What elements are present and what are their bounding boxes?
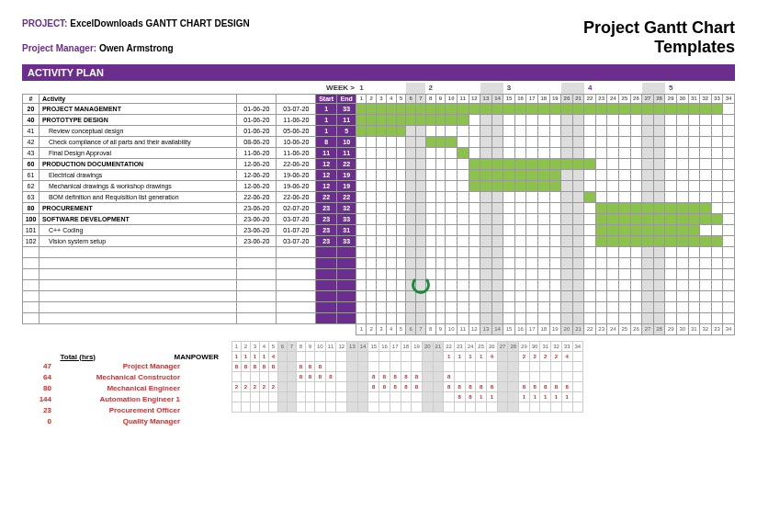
project-label: PROJECT: bbox=[22, 18, 67, 28]
gantt-row[interactable]: 43Final Design Approval11-06-2011-06-201… bbox=[23, 147, 735, 158]
gantt-row[interactable]: 61Electrical drawings12-06-2019-06-20121… bbox=[23, 169, 735, 180]
manpower-section: Total (hrs) MANPOWER 47Project Manager64… bbox=[22, 341, 735, 427]
section-band: ACTIVITY PLAN bbox=[22, 64, 735, 81]
mp-hours: 0 bbox=[22, 417, 57, 425]
gantt-row[interactable]: 60PRODUCTION DOCUMENTATION12-06-2022-06-… bbox=[23, 158, 735, 169]
spinner-icon bbox=[412, 276, 430, 294]
gantt-row[interactable]: 63BOM definition and Requisition list ge… bbox=[23, 191, 735, 202]
gantt-row-empty[interactable] bbox=[23, 246, 735, 257]
gantt-row-empty[interactable] bbox=[23, 290, 735, 301]
gantt-row[interactable]: 20PROJECT MANAGEMENT01-06-2003-07-20133 bbox=[23, 103, 735, 114]
gantt-row[interactable]: 101C++ Coding23-06-2001-07-202331 bbox=[23, 224, 735, 235]
manager-value: Owen Armstrong bbox=[99, 43, 174, 53]
mp-hours: 23 bbox=[22, 406, 57, 414]
mp-role: Automation Engineer 1 bbox=[57, 395, 186, 403]
project-value: ExcelDownloads GANTT CHART DESIGN bbox=[70, 18, 250, 28]
mp-role: Quality Manager bbox=[57, 417, 186, 425]
mp-hours: 80 bbox=[22, 384, 57, 392]
page-title: Project Gantt Chart Templates bbox=[583, 18, 735, 57]
gantt-row[interactable]: 41Review conceptual design01-06-2005-06-… bbox=[23, 125, 735, 136]
mp-role: Project Manager bbox=[57, 362, 186, 370]
gantt-row[interactable]: 40PROTOTYPE DESIGN01-06-2011-06-20111 bbox=[23, 114, 735, 125]
gantt-row[interactable]: 100SOFTWARE DEVELOPMENT23-06-2003-07-202… bbox=[23, 213, 735, 224]
gantt-row[interactable]: 62Mechanical drawings & workshop drawing… bbox=[23, 180, 735, 191]
mp-role: Mechanical Engineer bbox=[57, 384, 186, 392]
gantt-row-empty[interactable] bbox=[23, 268, 735, 279]
gantt-row-empty[interactable] bbox=[23, 279, 735, 290]
mp-data-row: 8888888888 bbox=[232, 371, 583, 381]
manager-label: Project Manager: bbox=[22, 43, 96, 53]
mp-hours: 47 bbox=[22, 362, 57, 370]
manpower-header: MANPOWER bbox=[96, 353, 224, 361]
gantt-row[interactable]: 80PROCUREMENT23-06-2002-07-202332 bbox=[23, 202, 735, 213]
mp-data-row bbox=[232, 402, 583, 412]
mp-role: Procurement Officer bbox=[57, 406, 186, 414]
gantt-grid: WEEK >12345#ActivityStartEnd123456789101… bbox=[22, 83, 735, 335]
header: PROJECT: ExcelDownloads GANTT CHART DESI… bbox=[22, 18, 735, 57]
mp-data-row: 22222888888888888888 bbox=[232, 381, 583, 391]
gantt-row-empty[interactable] bbox=[23, 301, 735, 312]
gantt-row-empty[interactable] bbox=[23, 257, 735, 268]
total-label: Total (hrs) bbox=[60, 353, 96, 361]
mp-data-row: 881111111 bbox=[232, 391, 583, 402]
mp-data-row: 88888888 bbox=[232, 361, 583, 371]
gantt-row-empty[interactable] bbox=[23, 312, 735, 323]
gantt-row[interactable]: 102Vision system setup23-06-2003-07-2023… bbox=[23, 235, 735, 246]
mp-role: Mechanical Constructor bbox=[57, 373, 186, 381]
mp-hours: 64 bbox=[22, 373, 57, 381]
mp-data-row: 111141111422224 bbox=[232, 351, 583, 361]
mp-hours: 144 bbox=[22, 395, 57, 403]
gantt-row[interactable]: 42Check compliance of all parts and thei… bbox=[23, 136, 735, 147]
